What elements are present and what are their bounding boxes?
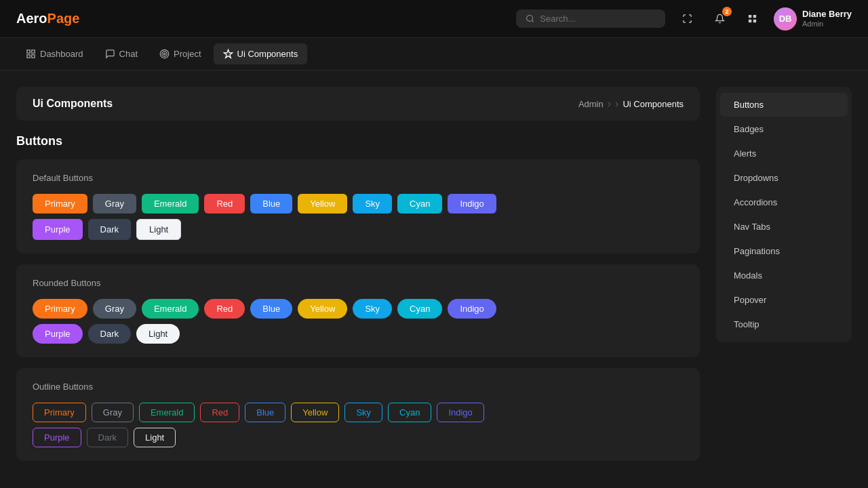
notification-badge: 2	[722, 7, 732, 16]
target-icon	[159, 49, 170, 59]
btn-default-purple[interactable]: Purple	[33, 219, 83, 240]
btn-default-light[interactable]: Light	[136, 219, 181, 240]
nav-label-ui-components: Ui Components	[237, 49, 298, 59]
sidebar-item-dashboard[interactable]: Dashboard	[16, 43, 93, 64]
rounded-buttons-row1: Primary Gray Emerald Red Blue Yellow Sky…	[33, 299, 684, 319]
rounded-buttons-card: Rounded Buttons Primary Gray Emerald Red…	[16, 264, 700, 357]
btn-default-cyan[interactable]: Cyan	[397, 194, 442, 214]
btn-rounded-cyan[interactable]: Cyan	[397, 299, 442, 319]
svg-rect-9	[32, 55, 35, 58]
btn-rounded-dark[interactable]: Dark	[88, 324, 131, 344]
btn-rounded-primary[interactable]: Primary	[33, 299, 87, 319]
sidebar-item-ui-components[interactable]: Ui Components	[214, 43, 308, 64]
btn-outline-indigo[interactable]: Indigo	[437, 403, 484, 422]
sidebar-item-modals[interactable]: Modals	[720, 264, 848, 287]
outline-buttons-row2: Purple Dark Light	[33, 428, 684, 447]
btn-rounded-purple[interactable]: Purple	[33, 324, 83, 344]
grid-icon	[747, 14, 757, 24]
logo-aero: Aero	[16, 11, 47, 26]
page-title: Ui Components	[33, 98, 113, 110]
btn-default-emerald[interactable]: Emerald	[142, 194, 199, 214]
svg-line-1	[532, 20, 533, 22]
btn-rounded-gray[interactable]: Gray	[93, 299, 136, 319]
sidebar-item-buttons[interactable]: Buttons	[720, 93, 848, 117]
user-role: Admin	[802, 20, 852, 28]
svg-point-12	[163, 53, 165, 55]
grid-button[interactable]	[741, 8, 763, 30]
search-bar[interactable]	[516, 9, 665, 28]
btn-default-indigo[interactable]: Indigo	[448, 194, 496, 214]
sidebar-item-tooltip[interactable]: Tooltip	[720, 312, 848, 336]
notification-button[interactable]: 2	[709, 8, 730, 30]
btn-default-blue[interactable]: Blue	[250, 194, 292, 214]
btn-default-dark[interactable]: Dark	[88, 219, 131, 240]
btn-rounded-sky[interactable]: Sky	[353, 299, 392, 319]
sparkle-icon	[223, 49, 233, 59]
nav-label-project: Project	[174, 49, 201, 59]
fullscreen-button[interactable]	[676, 8, 698, 30]
default-buttons-title: Default Buttons	[33, 173, 684, 183]
chat-icon	[105, 49, 115, 59]
outline-buttons-row1: Primary Gray Emerald Red Blue Yellow Sky…	[33, 403, 684, 422]
btn-rounded-red[interactable]: Red	[204, 299, 245, 319]
btn-default-primary[interactable]: Primary	[33, 194, 87, 214]
btn-outline-dark[interactable]: Dark	[87, 428, 128, 447]
outline-buttons-card: Outline Buttons Primary Gray Emerald Red…	[16, 368, 700, 461]
btn-outline-purple[interactable]: Purple	[33, 428, 81, 447]
fullscreen-icon	[682, 14, 692, 24]
sidebar-card: Buttons Badges Alerts Dropdowns Accordio…	[716, 87, 852, 342]
sidebar-item-accordions[interactable]: Accordions	[720, 190, 848, 214]
btn-outline-emerald[interactable]: Emerald	[139, 403, 195, 422]
main-content: Ui Components Admin › › Ui Components Bu…	[16, 87, 700, 472]
btn-outline-yellow[interactable]: Yellow	[291, 403, 339, 422]
btn-outline-primary[interactable]: Primary	[33, 403, 86, 422]
content-wrapper: Ui Components Admin › › Ui Components Bu…	[0, 70, 868, 488]
svg-rect-6	[27, 50, 30, 53]
sidebar-item-popover[interactable]: Popover	[720, 288, 848, 312]
default-buttons-row2: Purple Dark Light	[33, 219, 684, 240]
btn-rounded-blue[interactable]: Blue	[250, 299, 292, 319]
sidebar-item-dropdowns[interactable]: Dropdowns	[720, 166, 848, 190]
search-input[interactable]	[540, 14, 656, 24]
search-icon	[526, 14, 534, 24]
sidebar-item-paginations[interactable]: Paginations	[720, 239, 848, 263]
btn-rounded-emerald[interactable]: Emerald	[142, 299, 199, 319]
btn-default-sky[interactable]: Sky	[353, 194, 392, 214]
btn-default-yellow[interactable]: Yellow	[298, 194, 347, 214]
breadcrumb-separator: ›	[608, 98, 611, 110]
btn-outline-light[interactable]: Light	[134, 428, 176, 447]
btn-outline-blue[interactable]: Blue	[245, 403, 285, 422]
nav-label-dashboard: Dashboard	[40, 49, 83, 59]
avatar: DB	[774, 7, 797, 30]
default-buttons-card: Default Buttons Primary Gray Emerald Red…	[16, 159, 700, 253]
logo-page: Page	[47, 11, 80, 26]
sidebar-item-chat[interactable]: Chat	[96, 43, 147, 64]
outline-buttons-title: Outline Buttons	[33, 382, 684, 392]
nav: Dashboard Chat Project Ui Components	[0, 38, 868, 70]
btn-rounded-yellow[interactable]: Yellow	[298, 299, 347, 319]
default-buttons-row1: Primary Gray Emerald Red Blue Yellow Sky…	[33, 194, 684, 214]
breadcrumb-separator2: ›	[615, 98, 618, 110]
btn-outline-cyan[interactable]: Cyan	[388, 403, 431, 422]
sidebar-item-project[interactable]: Project	[150, 43, 210, 64]
sidebar-item-badges[interactable]: Badges	[720, 117, 848, 141]
svg-rect-5	[753, 20, 755, 22]
sidebar-item-alerts[interactable]: Alerts	[720, 142, 848, 165]
btn-rounded-indigo[interactable]: Indigo	[448, 299, 496, 319]
btn-outline-red[interactable]: Red	[200, 403, 239, 422]
rounded-buttons-title: Rounded Buttons	[33, 278, 684, 288]
sidebar: Buttons Badges Alerts Dropdowns Accordio…	[716, 87, 852, 472]
svg-rect-2	[748, 15, 751, 18]
user-section[interactable]: DB Diane Berry Admin	[774, 7, 852, 30]
section-title: Buttons	[16, 134, 700, 148]
btn-outline-sky[interactable]: Sky	[344, 403, 382, 422]
btn-default-red[interactable]: Red	[204, 194, 245, 214]
nav-label-chat: Chat	[119, 49, 138, 59]
btn-outline-gray[interactable]: Gray	[92, 403, 134, 422]
btn-default-gray[interactable]: Gray	[93, 194, 136, 214]
user-name: Diane Berry	[802, 9, 852, 20]
btn-rounded-light[interactable]: Light	[136, 324, 180, 344]
sidebar-item-nav-tabs[interactable]: Nav Tabs	[720, 215, 848, 239]
breadcrumb-admin: Admin	[578, 99, 604, 109]
breadcrumb-current: Ui Components	[623, 99, 684, 109]
